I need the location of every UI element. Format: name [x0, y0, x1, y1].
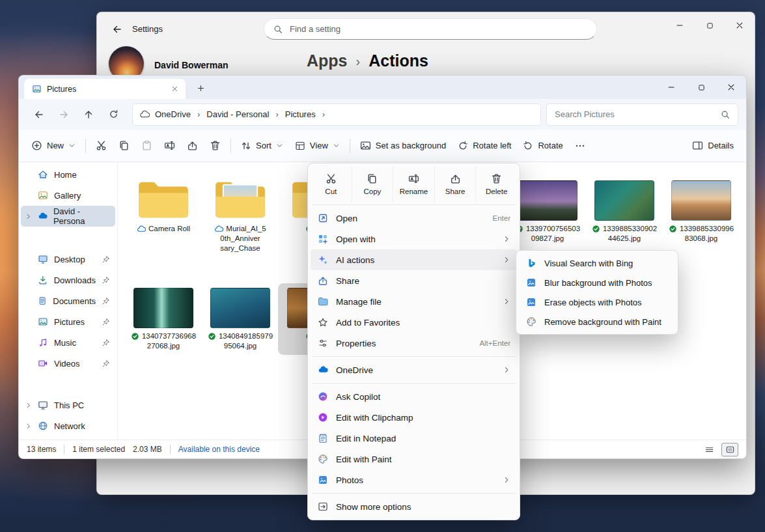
- breadcrumb-apps[interactable]: Apps: [307, 51, 348, 70]
- rename-button[interactable]: [158, 134, 181, 158]
- cut-button[interactable]: [90, 134, 113, 158]
- thumbnail: [594, 180, 654, 221]
- photos-icon: [318, 475, 328, 485]
- menu-item-ai-actions[interactable]: AI actions: [311, 249, 517, 270]
- quick-share-button[interactable]: Share: [434, 166, 476, 202]
- explorer-maximize-button[interactable]: [686, 76, 716, 99]
- quick-copy-button[interactable]: Copy: [352, 166, 393, 202]
- image-tile-waterfall[interactable]: 1340737736968 27068.jpg: [128, 287, 199, 351]
- explorer-search-input[interactable]: Search Pictures: [546, 104, 738, 126]
- sidebar-item-videos[interactable]: Videos: [21, 353, 115, 374]
- check-status-icon: [208, 332, 216, 341]
- sidebar-item-onedrive-personal[interactable]: David - Persona: [21, 206, 115, 227]
- quick-rename-button[interactable]: Rename: [393, 166, 434, 202]
- up-button[interactable]: [76, 104, 101, 126]
- bing-icon: [526, 258, 536, 268]
- menu-item-photos[interactable]: Photos: [311, 469, 517, 490]
- quick-delete-button[interactable]: Delete: [475, 166, 517, 202]
- tab-close-button[interactable]: [167, 82, 182, 96]
- sidebar-item-music[interactable]: Music: [21, 332, 115, 353]
- set-as-background-button[interactable]: Set as background: [354, 134, 452, 158]
- more-options-button[interactable]: [569, 134, 591, 158]
- settings-search-input[interactable]: Find a setting: [264, 18, 597, 40]
- breadcrumb-bar[interactable]: OneDrive › David - Personal › Pictures ›: [132, 104, 541, 126]
- settings-maximize-button[interactable]: [695, 12, 725, 38]
- breadcrumb-separator[interactable]: ›: [274, 109, 279, 119]
- menu-separator: [312, 356, 516, 357]
- settings-window-title: Settings: [132, 24, 163, 34]
- rotate-button[interactable]: Rotate: [517, 134, 568, 158]
- sidebar-item-gallery[interactable]: Gallery: [21, 185, 115, 206]
- explorer-minimize-button[interactable]: [656, 76, 686, 99]
- menu-item-open-with[interactable]: Open with: [311, 229, 517, 249]
- sidebar-item-home[interactable]: Home: [21, 164, 115, 185]
- menu-item-edit-with-clipchamp[interactable]: Edit with Clipchamp: [311, 407, 517, 428]
- folder-tile-murial[interactable]: Murial_AI_5 0th_Anniver sary_Chase: [205, 166, 275, 253]
- breadcrumb-onedrive[interactable]: OneDrive: [153, 108, 193, 120]
- pictures-icon: [38, 316, 48, 327]
- settings-close-button[interactable]: [725, 12, 755, 38]
- explorer-close-button[interactable]: [716, 76, 746, 99]
- quick-cut-button[interactable]: Cut: [311, 166, 352, 202]
- submenu-item-visual-search-bing[interactable]: Visual Search with Bing: [519, 253, 675, 273]
- sidebar-item-this-pc[interactable]: This PC: [21, 395, 115, 415]
- submenu-item-erase-objects-photos[interactable]: Erase objects with Photos: [519, 292, 675, 312]
- share-button[interactable]: [181, 134, 204, 158]
- sidebar-item-desktop[interactable]: Desktop: [21, 249, 115, 270]
- new-tab-button[interactable]: [192, 80, 209, 96]
- breadcrumb-separator[interactable]: ›: [196, 109, 201, 119]
- cloud-status-icon: [214, 225, 223, 234]
- sidebar-item-pictures[interactable]: Pictures: [21, 311, 115, 332]
- image-tile-ocean[interactable]: 1340849185979 95064.jpg: [205, 287, 275, 351]
- back-button[interactable]: [27, 104, 51, 126]
- menu-item-onedrive[interactable]: OneDrive: [311, 359, 517, 380]
- folder-tile-camera-roll[interactable]: Camera Roll: [128, 166, 199, 234]
- menu-item-add-to-favorites[interactable]: Add to Favorites: [311, 312, 517, 333]
- delete-button[interactable]: [204, 134, 227, 158]
- breadcrumb-david-personal[interactable]: David - Personal: [204, 108, 271, 120]
- menu-item-edit-with-paint[interactable]: Edit with Paint: [311, 449, 517, 469]
- menu-item-properties[interactable]: Properties Alt+Enter: [311, 333, 517, 354]
- check-status-icon: [131, 332, 139, 341]
- new-button[interactable]: New: [25, 134, 81, 158]
- chevron-right-icon: [25, 423, 32, 430]
- settings-minimize-button[interactable]: [665, 12, 695, 38]
- sort-label: Sort: [256, 141, 271, 150]
- sidebar-item-documents[interactable]: Documents: [21, 290, 115, 311]
- image-tile-bridge[interactable]: 1339885330996 83068.jpg: [666, 166, 736, 244]
- tab-pictures[interactable]: Pictures: [24, 79, 186, 99]
- sidebar-item-network[interactable]: Network: [21, 415, 115, 436]
- breadcrumb-pictures[interactable]: Pictures: [283, 108, 318, 120]
- menu-item-open[interactable]: Open Enter: [311, 208, 517, 229]
- submenu-item-blur-background-photos[interactable]: Blur background with Photos: [519, 273, 675, 292]
- view-button[interactable]: View: [289, 134, 346, 158]
- paint-icon: [318, 454, 328, 464]
- sidebar-item-downloads[interactable]: Downloads: [21, 270, 115, 290]
- menu-item-share[interactable]: Share: [311, 270, 517, 291]
- menu-item-manage-file[interactable]: Manage file: [311, 291, 517, 312]
- forward-button[interactable]: [51, 104, 76, 126]
- menu-item-show-more-options[interactable]: Show more options: [311, 496, 517, 517]
- cloud-status-icon: [137, 225, 146, 234]
- submenu-item-remove-background-paint[interactable]: Remove background with Paint: [519, 312, 675, 331]
- settings-back-button[interactable]: [106, 19, 128, 40]
- details-button[interactable]: Details: [686, 134, 740, 158]
- copy-button[interactable]: [113, 134, 135, 158]
- menu-item-ask-copilot[interactable]: Ask Copilot: [311, 386, 517, 407]
- list-view-toggle[interactable]: [701, 443, 717, 456]
- availability-status[interactable]: Available on this device: [178, 445, 260, 454]
- refresh-button[interactable]: [101, 104, 126, 126]
- pin-icon: [102, 318, 110, 326]
- paste-button[interactable]: [135, 134, 158, 158]
- thumbnail-view-toggle[interactable]: [721, 443, 738, 456]
- menu-item-edit-in-notepad[interactable]: Edit in Notepad: [311, 428, 517, 449]
- image-tile-cactus[interactable]: 1339700756503 09827.jpg: [512, 166, 583, 244]
- sort-button[interactable]: Sort: [235, 134, 289, 158]
- rotate-label: Rotate: [538, 141, 563, 150]
- rotate-left-button[interactable]: Rotate left: [452, 134, 517, 158]
- trash-icon: [210, 140, 221, 151]
- copy-icon: [367, 173, 378, 184]
- image-tile-aerial[interactable]: 1339885330902 44625.jpg: [589, 166, 660, 244]
- breadcrumb-separator[interactable]: ›: [321, 109, 326, 119]
- pin-icon: [102, 276, 110, 285]
